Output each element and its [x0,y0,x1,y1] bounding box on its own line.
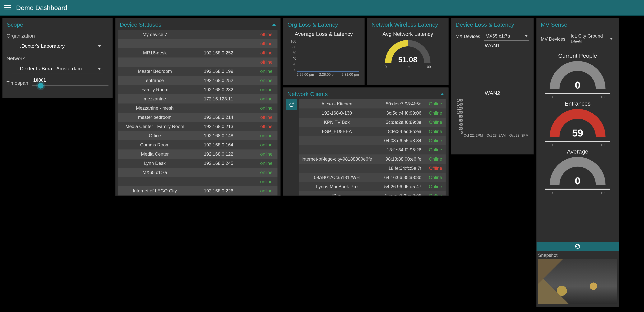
network-select[interactable]: Dexter LaBora - Amsterdam [12,64,103,74]
device-name: Master Bedroom [118,67,192,76]
table-row[interactable]: Media Center192.168.0.122online [118,150,278,159]
mx-devices-select[interactable]: MX65 c1:7a [484,32,529,41]
table-row[interactable]: ESP_ED8BEA18:fe:34:ed:8b:eaOnline [299,127,446,136]
device-name: master bedroom [118,113,192,122]
chevron-down-icon [98,68,101,70]
table-row[interactable]: offline [118,57,278,67]
device-status: online [246,159,278,168]
mv-devices-label: MV Devices [541,36,565,42]
snapshot-bar[interactable] [536,242,619,251]
mv-devices-select[interactable]: IoL City Ground Level [569,32,614,46]
org-loss-subtitle: Average Loss & Latency [287,31,360,37]
table-row[interactable]: Family Room192.168.0.232online [118,85,278,94]
client-name [299,164,375,173]
table-row[interactable]: online [118,177,278,186]
device-name: Internet of LEGO City [118,186,192,195]
device-status: offline [246,122,278,131]
device-status-table: My device 7offlineofflineMR16-desk192.16… [118,30,278,195]
device-ip: 192.168.0.252 [192,76,246,85]
table-row[interactable]: 04:03:d6:55:a8:34Online [299,136,446,145]
table-row[interactable]: Lynn Desk192.168.0.245online [118,159,278,168]
panel-mv-sense: MV Sense MV Devices IoL City Ground Leve… [536,18,619,307]
client-status: Online [424,136,446,145]
table-row[interactable]: 192-168-0-1303c:5c:c4:f0:99:06Online [299,109,446,118]
collapse-icon[interactable] [440,93,444,95]
table-row[interactable]: Alexa - Kitchen50:dc:e7:98:4f:5eOnline [299,99,446,109]
device-ip: 192.168.0.245 [192,159,246,168]
network-clients-title: Network Clients [288,91,328,97]
wireless-latency-value: 51.08 [383,55,433,64]
device-name: MX65 c1:7a [118,168,192,177]
device-status: online [246,76,278,85]
device-name [118,57,192,67]
table-row[interactable]: Office192.168.0.148online [118,131,278,140]
gauge-max: 100 [425,65,431,69]
mv-gauge-label: Average [540,148,615,155]
client-name [299,136,375,145]
table-row[interactable]: 09AB01AC351812WH64:16:66:35:a8:3bOnline [299,173,446,182]
table-row[interactable]: Internet of LEGO City192.168.0.226online [118,186,278,195]
mv-devices-value: IoL City Ground Level [571,33,610,44]
client-name: internet-of-lego-city-98188800e6fe [299,155,375,164]
device-status: offline [246,57,278,67]
client-status: Online [424,99,446,109]
mv-gauge-value: 59 [549,127,606,139]
client-mac: 3c:5c:c4:f0:99:06 [375,109,424,118]
device-name: Family Room [118,85,192,94]
device-status: offline [246,39,278,48]
table-row[interactable]: internet-of-lego-city-98188800e6fe98:18:… [299,155,446,164]
wan1-label: WAN1 [455,42,530,49]
table-row[interactable]: Mezzanine - meshonline [118,104,278,113]
table-row[interactable]: Master Bedroom192.168.0.199online [118,67,278,76]
snapshot-image [538,259,617,304]
mv-gauge: 0010 [549,60,606,93]
collapse-icon[interactable] [272,23,276,26]
menu-icon[interactable] [4,4,12,11]
client-name: ESP_ED8BEA [299,127,375,136]
table-row[interactable]: entrance192.168.0.252online [118,76,278,85]
client-mac: 64:16:66:35:a8:3b [375,173,424,182]
client-status: Online [424,118,446,127]
organization-select[interactable]: .Dexter's Laboratory [12,42,103,51]
table-row[interactable]: KPN TV Box3c:da:2a:f0:89:3eOnline [299,118,446,127]
client-name: 192-168-0-130 [299,109,375,118]
panel-device-statuses: Device Statuses My device 7offlineofflin… [115,18,280,196]
table-row[interactable]: Comms Room192.168.0.164online [118,140,278,150]
mv-gauge: 59010 [549,108,606,141]
top-bar: Demo Dashboard [0,0,644,16]
client-mac: 04:03:d6:55:a8:34 [375,136,424,145]
refresh-button[interactable] [286,99,297,110]
table-row[interactable]: iPad1c:ab:a7:2b:c8:05Online [299,191,446,195]
table-row[interactable]: mezzanine172.16.123.11online [118,94,278,104]
timespan-label: Timespan [6,80,28,86]
table-row[interactable]: master bedroom192.168.0.214offline [118,113,278,122]
client-name [299,145,375,155]
table-row[interactable]: 18:fe:34:f2:95:26Online [299,145,446,155]
device-ip: 192.168.0.226 [192,186,246,195]
gauge-max: 10 [601,143,604,147]
table-row[interactable]: 18:fe:34:fc:5a:7fOffline [299,164,446,173]
table-row[interactable]: offline [118,39,278,48]
gauge-max: 10 [601,95,604,99]
device-ip [192,30,246,39]
device-ip: 192.168.0.164 [192,140,246,150]
device-status: online [246,168,278,177]
device-loss-title: Device Loss & Latency [456,21,514,28]
device-status: offline [246,113,278,122]
table-row[interactable]: MR16-desk192.168.0.252offline [118,48,278,57]
wan2-label: WAN2 [455,90,530,96]
table-row[interactable]: Lynns-MacBook-Pro54:26:96:d5:d5:47Online [299,182,446,191]
table-row[interactable]: My device 7offline [118,30,278,39]
client-name: Lynns-MacBook-Pro [299,182,375,191]
client-status: Online [424,191,446,195]
timespan-slider[interactable]: 10801 [32,78,108,88]
device-ip: 192.168.0.252 [192,48,246,57]
gauge-max: 10 [601,191,604,195]
panel-wireless-latency: Network Wireless Latency Avg Network Lat… [367,18,449,85]
table-row[interactable]: Media Center - Family Room192.168.0.213o… [118,122,278,131]
panel-device-loss-latency: Device Loss & Latency MX Devices MX65 c1… [451,18,534,155]
table-row[interactable]: MX65 c1:7aonline [118,168,278,177]
device-name: Media Center [118,150,192,159]
gauge-min: 0 [551,143,553,147]
mx-devices-value: MX65 c1:7a [486,33,510,39]
